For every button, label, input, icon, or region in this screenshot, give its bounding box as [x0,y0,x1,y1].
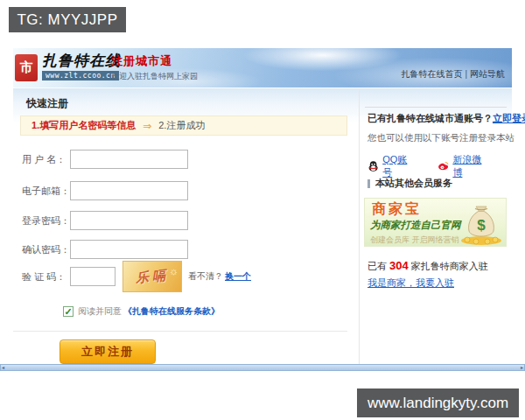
username-row: 用 户 名： [22,149,188,170]
nav-separator: | [465,69,467,79]
content-area: 快速注册 1.填写用户名密码等信息 ⇒ 2.注册成功 用 户 名： 电子邮箱： … [13,88,512,365]
horizontal-scrollbar[interactable]: ◂ ▸ [0,364,525,371]
login-prompt-text: 已有扎鲁特在线城市通账号？ [368,113,493,123]
confirm-password-input[interactable] [70,240,188,259]
qq-login-link[interactable]: QQ账号 [382,153,415,179]
sidebar: 已有扎鲁特在线城市通账号？立即登录 您也可以使用以下账号注册登录本站 QQ账号 [359,88,512,365]
nav-home-link[interactable]: 扎鲁特在线首页 [401,69,462,79]
scroll-left-arrow-icon[interactable]: ◂ [1,365,5,370]
stats-suffix: 家扎鲁特商家入驻 [411,261,488,271]
weibo-icon [438,160,449,172]
username-label: 用 户 名： [22,153,64,166]
site-seal-icon: 市 [15,54,38,81]
services-heading: 本站其他会员服务 [368,177,452,190]
merchant-stats: 已有304家扎鲁特商家入驻 [368,259,488,273]
bullet-icon [368,179,370,188]
captcha-input[interactable] [70,267,116,286]
agreement-row: ✓ 阅读并同意 《扎鲁特在线服务条款》 [63,305,220,318]
third-party-accounts: QQ账号 新浪微博 [368,153,512,179]
confirm-password-label: 确认密码： [22,243,64,256]
captcha-image-text: 乐嗝 [135,267,170,286]
watermark-badge: www.landingkyty.com [357,388,519,417]
form-divider [13,331,347,332]
banner-subtitle: 为商家打造自己官网 [370,219,461,232]
captcha-row: 验 证 码： 乐嗝 ☼ 看不清？ 换一个 [22,266,251,287]
merchant-join: 我是商家，我要入驻 [368,276,454,290]
email-input[interactable] [70,181,188,200]
password-row: 登录密码： [22,210,188,231]
merchant-count: 304 [389,259,409,272]
confirm-password-row: 确认密码： [22,239,188,260]
svg-text:$: $ [477,217,486,234]
weibo-login-link[interactable]: 新浪微博 [452,153,489,179]
email-row: 电子邮箱： [22,180,188,201]
register-subheading: 欢迎入驻扎鲁特网上家园 [111,71,198,82]
password-input[interactable] [70,211,188,230]
site-logo-text[interactable]: 扎鲁特在线 [42,51,121,71]
scroll-right-arrow-icon[interactable]: ▸ [520,365,524,370]
email-label: 电子邮箱： [22,185,64,198]
page-container: 市 扎鲁特在线 www.zlt.ccoo.cn 注册城市通 欢迎入驻扎鲁特网上家… [13,48,512,365]
qq-icon [368,160,379,172]
merchant-banner[interactable]: 商家宝 为商家打造自己官网 创建会员库 开启网络营销 $ [364,198,507,247]
steps-bar: 1.填写用户名密码等信息 ⇒ 2.注册成功 [20,116,347,136]
alt-login-hint: 您也可以使用以下账号注册登录本站 [368,132,514,144]
register-heading: 注册城市通 [111,53,172,69]
sidebar-divider [365,107,507,108]
form-title: 快速注册 [26,96,68,111]
login-now-link[interactable]: 立即登录 [493,113,525,123]
money-bag-icon: $ [458,200,504,246]
step-2-label: 2.注册成功 [158,119,205,132]
username-input[interactable] [70,150,188,169]
merchant-join-link[interactable]: 我是商家，我要入驻 [368,277,454,288]
register-button[interactable]: 立即注册 [60,340,156,364]
captcha-image[interactable]: 乐嗝 ☼ [122,261,182,292]
agreement-checkbox[interactable]: ✓ [63,306,74,317]
weibo-account: 新浪微博 [438,153,489,179]
terms-link[interactable]: 《扎鲁特在线服务条款》 [123,305,220,318]
agreement-text: 阅读并同意 [78,305,122,318]
qq-account: QQ账号 [368,153,415,179]
tg-contact-badge: TG: MYYJJPP [9,7,126,32]
banner-tagline: 创建会员库 开启网络营销 [370,234,459,246]
sun-icon: ☼ [169,265,178,277]
site-header: 市 扎鲁特在线 www.zlt.ccoo.cn 注册城市通 欢迎入驻扎鲁特网上家… [13,48,512,88]
login-prompt: 已有扎鲁特在线城市通账号？立即登录 [368,112,525,125]
services-heading-text: 本站其他会员服务 [375,177,452,190]
site-url: www.zlt.ccoo.cn [42,71,119,80]
registration-form: 快速注册 1.填写用户名密码等信息 ⇒ 2.注册成功 用 户 名： 电子邮箱： … [13,88,359,365]
step-1-label: 1.填写用户名密码等信息 [32,119,136,132]
header-nav: 扎鲁特在线首页|网站导航 [401,68,505,80]
captcha-label: 验 证 码： [22,270,64,284]
captcha-refresh-link[interactable]: 换一个 [225,270,251,283]
captcha-hint: 看不清？ [188,270,223,283]
nav-sitemap-link[interactable]: 网站导航 [470,69,505,79]
stats-prefix: 已有 [368,261,387,271]
password-label: 登录密码： [22,214,64,228]
step-arrow-icon: ⇒ [143,120,151,132]
banner-title: 商家宝 [372,200,422,219]
